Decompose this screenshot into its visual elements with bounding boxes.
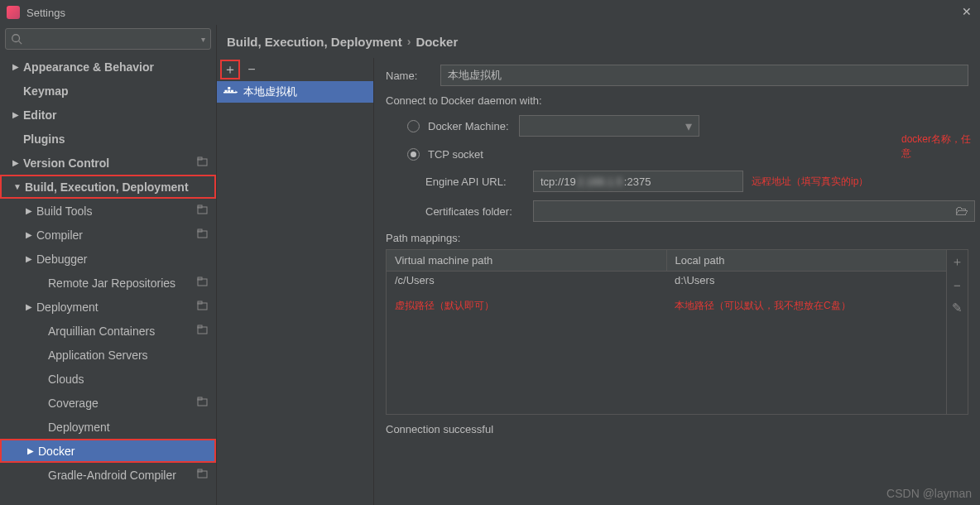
tree-item-label: Gradle-Android Compiler — [48, 469, 176, 482]
connect-label: Connect to Docker daemon with: — [386, 94, 968, 107]
engine-url-input[interactable]: tcp://19 2.168.1.5 :2375 — [533, 171, 743, 192]
tree-item[interactable]: Deployment — [0, 415, 216, 439]
settings-sidebar: ▾ ▶Appearance & BehaviorKeymap▶EditorPlu… — [0, 25, 217, 505]
project-icon — [197, 156, 208, 167]
tree-item-label: Deployment — [48, 421, 110, 434]
tree-item[interactable]: ▶Compiler — [0, 223, 216, 247]
engine-url-label: Engine API URL: — [425, 176, 533, 188]
breadcrumb-part: Build, Execution, Deployment — [227, 35, 402, 49]
tree-arrow-icon: ▶ — [12, 62, 20, 71]
tree-item[interactable]: Coverage — [0, 391, 216, 415]
tree-item[interactable]: ▶Editor — [0, 103, 216, 127]
radio-docker-machine[interactable] — [407, 120, 420, 132]
tree-item[interactable]: ▶Build Tools — [0, 199, 216, 223]
tree-item[interactable]: Remote Jar Repositories — [0, 271, 216, 295]
tcp-socket-radio-row[interactable]: TCP socket — [386, 145, 968, 164]
name-label: Name: — [386, 70, 434, 82]
project-icon — [197, 204, 208, 215]
tree-arrow-icon: ▶ — [12, 110, 20, 119]
tree-item-label: Keymap — [23, 84, 68, 98]
project-icon — [197, 228, 208, 239]
tree-item-label: Remote Jar Repositories — [48, 277, 175, 290]
project-scope-icon — [197, 469, 208, 482]
svg-point-0 — [12, 35, 20, 42]
mapping-row[interactable]: /c/Users d:\Users — [387, 272, 946, 289]
watermark: CSDN @layman — [886, 487, 972, 500]
tree-arrow-icon: ▶ — [25, 302, 33, 311]
path-mappings-label: Path mappings: — [386, 232, 968, 244]
vm-path-note: 虚拟路径（默认即可） — [387, 294, 666, 318]
path-mappings-table: Virtual machine path Local path /c/Users… — [386, 249, 968, 415]
tree-item-label: Plugins — [23, 132, 65, 146]
tree-item-label: Appearance & Behavior — [23, 60, 154, 74]
tree-item[interactable]: ▶Debugger — [0, 247, 216, 271]
tree-item-label: Debugger — [36, 252, 88, 266]
tree-item[interactable]: Application Servers — [0, 343, 216, 367]
remove-button[interactable]: − — [242, 60, 262, 79]
tcp-socket-label: TCP socket — [428, 148, 483, 161]
content-panel: Build, Execution, Deployment › Docker ＋ … — [217, 25, 980, 505]
list-toolbar: ＋ − — [217, 58, 373, 81]
vm-path-cell: /c/Users — [387, 272, 666, 289]
search-icon — [11, 33, 22, 45]
tree-item-label: Build Tools — [36, 204, 92, 218]
tree-item[interactable]: ▶Deployment — [0, 295, 216, 319]
project-icon — [197, 277, 208, 287]
tree-item-label: Application Servers — [48, 349, 148, 362]
col-vm-path: Virtual machine path — [387, 250, 667, 271]
search-input[interactable]: ▾ — [5, 28, 211, 50]
radio-tcp-socket[interactable] — [407, 148, 420, 161]
tree-item[interactable]: Arquillian Containers — [0, 319, 216, 343]
docker-list-column: ＋ − 本地虚拟机 — [217, 58, 374, 505]
tree-arrow-icon: ▶ — [25, 206, 33, 215]
breadcrumb-part: Docker — [416, 35, 458, 49]
project-scope-icon — [197, 325, 208, 338]
tree-arrow-icon: ▶ — [12, 158, 20, 167]
chevron-down-icon[interactable]: ▾ — [201, 35, 205, 44]
window-title: Settings — [26, 7, 65, 19]
tree-item-label: Build, Execution, Deployment — [25, 180, 189, 194]
docker-machine-select[interactable]: ▾ — [519, 115, 699, 137]
docker-form: Name: docker名称，任意 Connect to Docker daem… — [374, 58, 980, 505]
engine-url-annotation: 远程地址（填写真实的ip） — [752, 175, 868, 189]
mapping-remove-button[interactable]: − — [947, 273, 968, 296]
tree-item-label: Compiler — [36, 228, 83, 242]
tree-item[interactable]: Clouds — [0, 367, 216, 391]
folder-icon[interactable]: 🗁 — [955, 204, 968, 219]
name-input[interactable] — [440, 65, 968, 86]
tree-item[interactable]: ▶Appearance & Behavior — [0, 55, 216, 79]
docker-config-label: 本地虚拟机 — [243, 84, 297, 99]
project-icon — [197, 301, 208, 311]
tree-item-label: Deployment — [36, 301, 98, 314]
connection-status: Connection successful — [386, 415, 968, 444]
cert-folder-input[interactable] — [533, 200, 975, 222]
tree-item[interactable]: ▶Docker — [0, 439, 216, 463]
search-field[interactable] — [26, 33, 201, 45]
project-scope-icon — [197, 228, 208, 242]
tree-item[interactable]: Plugins — [0, 127, 216, 151]
mapping-edit-button[interactable]: ✎ — [947, 296, 968, 320]
tree-arrow-icon: ▶ — [25, 230, 33, 239]
titlebar: Settings ✕ — [0, 0, 980, 25]
close-icon[interactable]: ✕ — [962, 5, 972, 18]
tree-item[interactable]: Keymap — [0, 79, 216, 103]
add-button[interactable]: ＋ — [220, 60, 240, 79]
cert-folder-label: Certificates folder: — [425, 205, 533, 218]
local-path-note: 本地路径（可以默认，我不想放在C盘） — [666, 294, 946, 318]
project-icon — [197, 325, 208, 335]
tree-item-label: Version Control — [23, 156, 109, 170]
tree-item[interactable]: Gradle-Android Compiler — [0, 463, 216, 487]
tree-item[interactable]: ▶Version Control — [0, 151, 216, 175]
svg-line-1 — [19, 41, 22, 45]
docker-machine-radio-row[interactable]: Docker Machine: ▾ — [386, 112, 968, 140]
docker-machine-label: Docker Machine: — [428, 120, 509, 132]
col-local-path: Local path — [667, 250, 947, 271]
docker-config-item[interactable]: 本地虚拟机 — [217, 81, 373, 103]
local-path-cell: d:\Users — [666, 272, 946, 289]
project-scope-icon — [197, 204, 208, 218]
project-scope-icon — [197, 277, 208, 290]
project-scope-icon — [197, 156, 208, 170]
project-icon — [197, 397, 208, 407]
tree-item[interactable]: ▼Build, Execution, Deployment — [0, 175, 216, 199]
mapping-add-button[interactable]: ＋ — [947, 250, 968, 273]
